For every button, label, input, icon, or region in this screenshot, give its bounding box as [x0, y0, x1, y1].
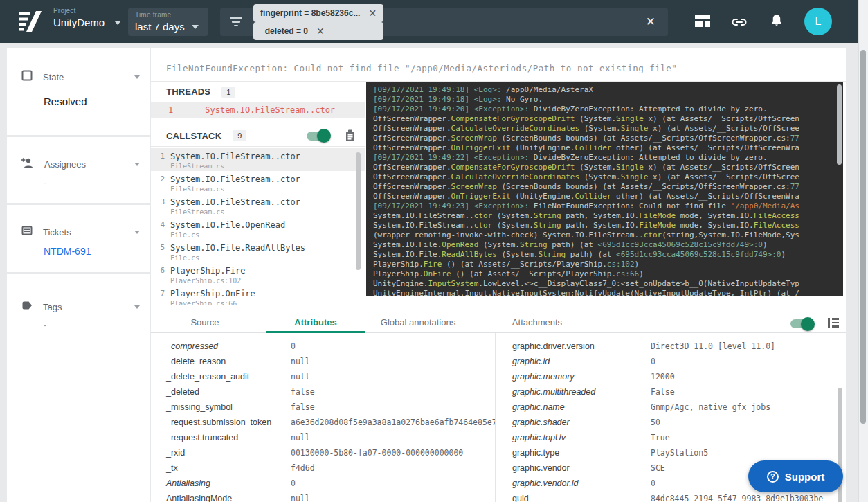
log-line: PlayerShip.OnFire () (at Assets/__Script…	[373, 269, 843, 279]
sidebar-section-label: Tags	[43, 302, 62, 312]
avatar[interactable]: L	[804, 8, 832, 35]
sidebar-section-state: StateResolved	[7, 48, 150, 135]
attribute-label: _request.truncated	[166, 433, 291, 442]
attribute-row: graphic.typePlayStation5	[496, 445, 846, 460]
sidebar-section-header-state[interactable]: State	[7, 69, 150, 84]
panel-top-strip	[151, 48, 846, 55]
sidebar-section-value: -	[44, 321, 150, 330]
attribute-row: guid84dc8445-2194-5f47-9983-8d9e1b3003be	[496, 491, 846, 502]
attribute-label: graphic.memory	[512, 372, 651, 382]
tab-attachments[interactable]: Attachments	[512, 317, 562, 328]
attribute-row: _delete_reason_auditnull	[151, 369, 495, 384]
callstack-frame[interactable]: 5System.IO.File.ReadAllBytesFile.cs	[151, 240, 365, 262]
log-line: OffScreenWrapper.CompensateForGyroscopeD…	[373, 114, 843, 124]
filter-icon[interactable]	[230, 15, 242, 29]
attribute-row: _missing_symbolfalse	[151, 400, 495, 415]
copy-callstack-icon[interactable]	[345, 129, 356, 142]
sidebar-section-header-tickets[interactable]: Tickets	[7, 224, 150, 240]
tab-global-annotations[interactable]: Global annotations	[381, 317, 455, 328]
sidebar-section-label: Assignees	[44, 159, 86, 170]
view-options-icon[interactable]	[828, 318, 839, 328]
support-button[interactable]: ? Support	[748, 460, 843, 492]
attribute-value: f4d6d	[291, 463, 315, 473]
tab-source[interactable]: Source	[190, 317, 219, 328]
log-line: System.IO.FileStream..ctor (System.Strin…	[373, 211, 843, 221]
frame-body: System.IO.File.ReadAllBytesFile.cs	[170, 243, 305, 260]
chevron-down-icon	[134, 163, 140, 166]
attribute-label: _deleted	[166, 387, 291, 397]
support-label: Support	[785, 471, 825, 483]
thread-row[interactable]: 1 System.IO.FileStream..ctor	[151, 102, 365, 118]
callstack-scrollbar[interactable]	[356, 152, 361, 270]
dashboard-icon[interactable]	[695, 15, 710, 27]
log-line: OffScreenWrapper.CalculateOverrideCoordi…	[373, 124, 843, 134]
sidebar-section-value: -	[44, 178, 150, 188]
callstack-frame[interactable]: 2System.IO.FileStream..ctorFileStream.cs	[151, 171, 365, 194]
frame-file: FileStream.cs	[170, 186, 300, 191]
frame-function: System.IO.File.ReadAllBytes	[170, 243, 305, 253]
clear-filters-icon[interactable]: ✕	[643, 15, 658, 29]
callstack-frame[interactable]: 3System.IO.FileStream..ctorFileStream.cs	[151, 194, 365, 217]
callstack-frame[interactable]: 6PlayerShip.FirePlayerShip.cs:102	[151, 262, 365, 285]
callstack-frame[interactable]: 4System.IO.File.OpenReadFile.cs	[151, 217, 365, 240]
notifications-bell-icon[interactable]	[769, 13, 784, 33]
attribute-row: _rxid00130000-5b80-fa07-0000-00000000000…	[151, 445, 495, 460]
frame-file: PlayerShip.cs:102	[170, 277, 245, 283]
timeframe-selector[interactable]: Time frame last 7 days	[128, 8, 208, 36]
frame-body: System.IO.FileStream..ctorFileStream.cs	[170, 152, 300, 168]
log-line: OffScreenWrapper.ScreenWrap (ScreenBound…	[373, 134, 843, 143]
project-label: Project	[53, 7, 121, 15]
avatar-initial: L	[815, 15, 822, 28]
timeframe-value: last 7 days	[135, 21, 185, 33]
page-scrollbar-thumb[interactable]	[860, 50, 866, 424]
attribute-value: null	[291, 357, 310, 366]
attribute-value: True	[651, 433, 670, 442]
frame-function: System.IO.File.OpenRead	[170, 220, 285, 230]
timeframe-label: Time frame	[135, 11, 201, 19]
sidebar-section-value[interactable]: NTDM-691	[44, 246, 150, 257]
remove-filter-icon[interactable]: ✕	[368, 8, 377, 19]
frame-function: PlayerShip.OnFire	[170, 289, 255, 298]
sidebar-section-header-tags[interactable]: Tags	[7, 299, 150, 314]
attribute-row: graphic.id0	[496, 354, 846, 369]
frame-file: FileStream.cs	[170, 163, 300, 168]
attribute-label: _tx	[166, 463, 291, 473]
log-line: OffScreenWrapper.OnTriggerExit (UnityEng…	[373, 192, 843, 201]
project-selector[interactable]: Project UnityDemo	[53, 7, 121, 28]
attribute-label: _delete_reason_audit	[166, 372, 291, 382]
attribute-value: False	[651, 387, 675, 397]
sidebar-section-assignees: Assignees-	[7, 137, 150, 203]
attribute-label: graphic.driver.version	[512, 341, 651, 351]
callstack-toggle[interactable]	[307, 132, 329, 141]
assignees-icon	[21, 156, 35, 172]
log-line: OffScreenWrapper.CompensateForGyroscopeD…	[373, 163, 843, 172]
attribute-row: _request.submission_tokena6e36d208d08f5e…	[151, 415, 495, 430]
callstack-frame[interactable]: 1System.IO.FileStream..ctorFileStream.cs	[151, 148, 365, 171]
callstack-frame[interactable]: 7PlayerShip.OnFirePlayerShip.cs:66	[151, 285, 365, 308]
frame-number: 7	[151, 289, 165, 305]
log-line: PlayerShip.Fire () (at Assets/__Scripts/…	[373, 260, 843, 269]
filter-chip[interactable]: _deleted = 0✕	[253, 22, 383, 40]
remove-filter-icon[interactable]: ✕	[316, 26, 325, 37]
log-scrollbar[interactable]	[837, 84, 842, 165]
share-link-icon[interactable]	[731, 14, 748, 33]
tab-attributes[interactable]: Attributes	[294, 317, 336, 328]
attributes-toggle[interactable]	[790, 319, 813, 328]
log-line: OffScreenWrapper.CalculateOverrideCoordi…	[373, 172, 843, 182]
attribute-row: Antialiasing0	[151, 476, 495, 491]
attribute-value: 00130000-5b80-fa07-0000-000000000000	[291, 448, 463, 458]
frame-body: PlayerShip.OnFirePlayerShip.cs:66	[170, 289, 255, 305]
attribute-value: 50	[651, 418, 660, 427]
attribute-value: null	[291, 433, 310, 442]
attribute-label: graphic.vendor.id	[512, 478, 651, 488]
log-line: UnityEngine.InputSystem.LowLevel.<>c__Di…	[373, 279, 843, 289]
attribute-value: Direct3D 11.0 [level 11.0]	[651, 341, 775, 351]
filter-chip[interactable]: fingerprint = 8be58236c...✕	[253, 4, 383, 22]
sidebar-section-header-assignees[interactable]: Assignees	[7, 156, 150, 172]
frame-number: 6	[151, 266, 165, 283]
attribute-row: _txf4d6d	[151, 460, 495, 476]
attribute-label: AntialiasingMode	[166, 494, 291, 502]
chevron-down-icon	[114, 21, 121, 25]
backtrace-logo-icon[interactable]	[19, 11, 44, 35]
chevron-down-icon	[134, 305, 140, 309]
